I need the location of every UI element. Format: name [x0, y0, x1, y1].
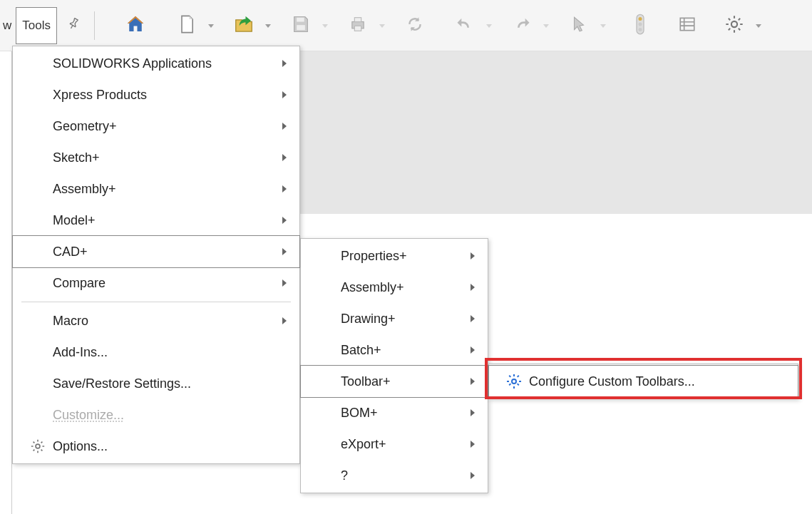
- save-dropdown[interactable]: [319, 22, 332, 29]
- home-button[interactable]: [119, 9, 152, 42]
- tools-menu: SOLIDWORKS ApplicationsXpress ProductsGe…: [12, 46, 300, 464]
- svg-point-12: [512, 379, 516, 384]
- menu-item-cad[interactable]: CAD+: [13, 236, 299, 267]
- gear-blue-icon: [499, 373, 529, 390]
- chevron-right-icon: [279, 317, 289, 325]
- left-strip: [0, 51, 12, 514]
- menu-item-label: Assembly+: [53, 182, 279, 197]
- menu-item-geometry[interactable]: Geometry+: [13, 110, 299, 142]
- refresh-icon: [406, 15, 424, 36]
- menu-item-assembly[interactable]: Assembly+: [301, 272, 488, 303]
- home-icon: [125, 14, 146, 37]
- menu-item-label: Macro: [53, 314, 279, 329]
- chevron-right-icon: [279, 153, 289, 162]
- pin-button[interactable]: [58, 9, 87, 43]
- menu-item-label: Customize...: [53, 408, 289, 423]
- chevron-right-icon: [279, 279, 289, 287]
- menu-item-sketch[interactable]: Sketch+: [13, 142, 299, 173]
- cursor-icon: [570, 15, 588, 36]
- menu-item-export[interactable]: eXport+: [301, 428, 488, 460]
- new-dropdown[interactable]: [205, 22, 217, 29]
- menu-item-compare[interactable]: Compare: [13, 267, 299, 299]
- chevron-right-icon: [468, 377, 478, 386]
- settings-button[interactable]: [718, 9, 751, 42]
- menu-item-label: Assembly+: [341, 280, 468, 295]
- print-button[interactable]: [341, 9, 374, 42]
- menu-item-label: Options...: [53, 439, 289, 454]
- pin-icon: [62, 14, 83, 37]
- open-dropdown[interactable]: [262, 22, 274, 29]
- settings-dropdown[interactable]: [752, 22, 765, 29]
- menu-item-xpress-products[interactable]: Xpress Products: [13, 79, 299, 110]
- redo-icon: [512, 14, 532, 36]
- svg-point-11: [36, 444, 40, 448]
- menu-item-solidworks-applications[interactable]: SOLIDWORKS Applications: [13, 48, 299, 79]
- chevron-right-icon: [468, 252, 478, 260]
- menu-separator: [21, 302, 291, 302]
- chevron-right-icon: [468, 346, 478, 354]
- menu-item-assembly[interactable]: Assembly+: [13, 173, 299, 205]
- menu-item-options[interactable]: Options...: [13, 431, 299, 462]
- menu-item-label: Properties+: [341, 249, 468, 264]
- menu-item-macro[interactable]: Macro: [13, 305, 299, 336]
- menu-item-label: Drawing+: [341, 312, 468, 327]
- chevron-right-icon: [468, 314, 478, 323]
- traffic-button[interactable]: [624, 9, 657, 42]
- menu-item-label: BOM+: [341, 406, 468, 421]
- gear-icon: [23, 438, 53, 454]
- menu-item-label: CAD+: [53, 245, 279, 259]
- menu-item-batch[interactable]: Batch+: [301, 334, 488, 366]
- list-button[interactable]: [671, 9, 704, 42]
- menu-item-add-ins[interactable]: Add-Ins...: [13, 336, 299, 368]
- svg-point-10: [731, 21, 737, 27]
- traffic-light-icon: [632, 14, 648, 37]
- menu-item-save-restore-settings[interactable]: Save/Restore Settings...: [13, 368, 299, 399]
- list-icon: [678, 15, 697, 36]
- undo-dropdown[interactable]: [483, 22, 495, 29]
- menu-item-label: eXport+: [341, 437, 468, 452]
- toolbar-plus-menu: Configure Custom Toolbars...: [488, 364, 798, 399]
- new-button[interactable]: [170, 9, 203, 42]
- redo-button[interactable]: [505, 9, 538, 42]
- chevron-right-icon: [468, 440, 478, 448]
- svg-point-6: [638, 17, 642, 21]
- svg-point-7: [638, 23, 642, 26]
- svg-rect-3: [354, 18, 361, 22]
- menu-item-model[interactable]: Model+: [13, 205, 299, 236]
- menu-item-label: Geometry+: [53, 119, 279, 134]
- menu-item-label: Batch+: [341, 343, 468, 358]
- gear-icon: [724, 14, 744, 36]
- menubar-item-prev[interactable]: w: [3, 9, 14, 43]
- print-dropdown[interactable]: [376, 22, 389, 29]
- select-button[interactable]: [562, 9, 595, 42]
- menubar-item-tools[interactable]: Tools: [16, 7, 57, 44]
- refresh-button[interactable]: [399, 9, 431, 42]
- menu-item-configure-toolbars[interactable]: Configure Custom Toolbars...: [489, 366, 798, 397]
- main-toolbar: w Tools: [0, 0, 812, 51]
- chevron-right-icon: [468, 471, 478, 480]
- menu-item-label: Model+: [53, 213, 279, 228]
- chevron-right-icon: [468, 408, 478, 417]
- redo-dropdown[interactable]: [540, 22, 553, 29]
- menu-item-label: Compare: [53, 276, 279, 291]
- menu-item-label: Save/Restore Settings...: [53, 376, 289, 391]
- save-button[interactable]: [284, 9, 317, 42]
- menu-item-toolbar[interactable]: Toolbar+: [301, 366, 488, 397]
- save-icon: [291, 14, 311, 36]
- menu-item-item[interactable]: ?: [301, 460, 488, 491]
- new-file-icon: [177, 14, 197, 36]
- svg-rect-9: [680, 18, 694, 30]
- select-dropdown[interactable]: [597, 22, 610, 29]
- menu-item-drawing[interactable]: Drawing+: [301, 303, 488, 334]
- menu-item-label: SOLIDWORKS Applications: [53, 56, 279, 71]
- menu-item-bom[interactable]: BOM+: [301, 397, 488, 428]
- undo-button[interactable]: [448, 9, 481, 42]
- open-button[interactable]: [227, 9, 260, 42]
- menu-item-properties[interactable]: Properties+: [301, 240, 488, 272]
- chevron-right-icon: [279, 91, 289, 99]
- chevron-right-icon: [468, 283, 478, 292]
- open-folder-icon: [233, 14, 255, 37]
- chevron-right-icon: [279, 247, 289, 256]
- menu-item-label: Configure Custom Toolbars...: [529, 374, 788, 389]
- chevron-right-icon: [279, 185, 289, 193]
